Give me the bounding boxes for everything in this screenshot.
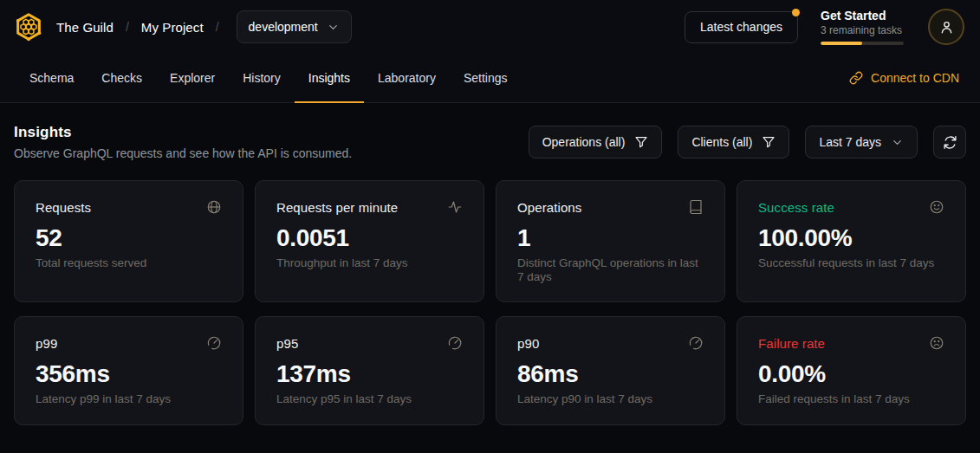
card-value: 137ms <box>276 360 463 388</box>
chevron-down-icon <box>891 136 904 149</box>
operations-filter-label: Operations (all) <box>542 135 626 149</box>
card-description: Latency p95 in last 7 days <box>276 392 463 406</box>
tab-explorer[interactable]: Explorer <box>156 54 229 103</box>
breadcrumb-project[interactable]: My Project <box>141 20 204 35</box>
activity-icon <box>447 199 463 215</box>
stat-card-p90: p90 86ms Latency p90 in last 7 days <box>496 316 725 424</box>
stat-card-requests: Requests 52 Total requests served <box>14 180 243 302</box>
date-range-selector[interactable]: Last 7 days <box>805 126 918 159</box>
tab-settings[interactable]: Settings <box>450 54 522 103</box>
notification-dot-icon <box>792 9 800 16</box>
target-selector[interactable]: development <box>237 10 352 43</box>
card-description: Failed requests in last 7 days <box>758 392 944 406</box>
breadcrumb-separator: / <box>216 20 219 34</box>
card-title: p99 <box>36 336 57 351</box>
card-title: Success rate <box>758 200 834 215</box>
chevron-down-icon <box>327 21 340 34</box>
card-value: 86ms <box>517 360 704 388</box>
card-description: Successful requests in last 7 days <box>758 256 944 270</box>
page-heading: Insights Observe GraphQL requests and se… <box>14 124 352 160</box>
tab-checks[interactable]: Checks <box>88 54 156 103</box>
stat-card-rpm: Requests per minute 0.0051 Throughput in… <box>255 180 484 302</box>
top-bar-right: Latest changes Get Started 3 remaining t… <box>685 9 964 45</box>
breadcrumb: The Guild / My Project / development <box>56 10 352 43</box>
get-started-title: Get Started <box>821 9 905 23</box>
gauge-icon <box>206 335 222 351</box>
card-title: Requests <box>36 200 91 215</box>
breadcrumb-org[interactable]: The Guild <box>56 20 114 35</box>
main-content: Insights Observe GraphQL requests and se… <box>0 124 980 425</box>
page-title: Insights <box>14 124 352 141</box>
latest-changes-button[interactable]: Latest changes <box>685 11 798 43</box>
user-icon <box>938 19 955 36</box>
get-started-progress-bar <box>821 42 904 45</box>
connect-to-cdn-label: Connect to CDN <box>871 71 959 85</box>
funnel-icon <box>634 135 648 149</box>
target-selector-value: development <box>249 20 318 34</box>
breadcrumb-separator: / <box>126 20 129 34</box>
tab-bar: Schema Checks Explorer History Insights … <box>0 54 980 103</box>
card-value: 1 <box>517 224 704 252</box>
top-bar: The Guild / My Project / development Lat… <box>0 0 980 54</box>
date-range-label: Last 7 days <box>819 135 881 149</box>
connect-to-cdn-link[interactable]: Connect to CDN <box>849 54 959 102</box>
get-started-widget[interactable]: Get Started 3 remaining tasks <box>821 9 905 45</box>
stat-card-failure-rate: Failure rate 0.00% Failed requests in la… <box>737 316 966 424</box>
page-subtitle: Observe GraphQL requests and see how the… <box>14 146 352 160</box>
globe-icon <box>206 199 222 215</box>
smile-icon <box>929 199 944 215</box>
stat-card-p99: p99 356ms Latency p99 in last 7 days <box>14 316 243 424</box>
stat-card-p95: p95 137ms Latency p95 in last 7 days <box>255 316 484 424</box>
card-value: 100.00% <box>758 224 944 252</box>
app-root: The Guild / My Project / development Lat… <box>0 0 980 425</box>
link-icon <box>849 71 863 85</box>
top-bar-left: The Guild / My Project / development <box>11 10 352 44</box>
gauge-icon <box>688 335 704 351</box>
stat-card-operations: Operations 1 Distinct GraphQL operations… <box>496 180 725 302</box>
card-description: Total requests served <box>36 256 222 270</box>
funnel-icon <box>762 135 776 149</box>
tab-schema[interactable]: Schema <box>16 54 88 103</box>
card-value: 52 <box>36 224 222 252</box>
operations-filter-button[interactable]: Operations (all) <box>529 126 663 159</box>
stats-grid: Requests 52 Total requests served Reques… <box>14 180 966 425</box>
card-value: 0.00% <box>758 360 944 388</box>
tab-insights[interactable]: Insights <box>295 54 364 103</box>
tab-laboratory[interactable]: Laboratory <box>364 54 450 103</box>
card-title: Failure rate <box>758 336 825 351</box>
card-description: Throughput in last 7 days <box>276 256 463 270</box>
clients-filter-label: Clients (all) <box>691 135 752 149</box>
avatar[interactable] <box>928 9 964 45</box>
card-title: p90 <box>517 336 539 351</box>
latest-changes-label: Latest changes <box>700 20 782 34</box>
get-started-subtitle: 3 remaining tasks <box>821 24 905 36</box>
card-title: p95 <box>276 336 298 351</box>
clients-filter-button[interactable]: Clients (all) <box>678 126 789 159</box>
card-description: Latency p99 in last 7 days <box>36 392 222 406</box>
guild-logo-icon[interactable] <box>11 10 46 44</box>
filters-toolbar: Operations (all) Clients (all) Last 7 da… <box>529 126 966 159</box>
insights-section-header: Insights Observe GraphQL requests and se… <box>14 124 966 160</box>
stat-card-success-rate: Success rate 100.00% Successful requests… <box>737 180 966 302</box>
card-description: Latency p90 in last 7 days <box>517 392 704 406</box>
book-icon <box>688 199 704 215</box>
card-description: Distinct GraphQL operations in last 7 da… <box>517 256 704 284</box>
card-title: Requests per minute <box>276 200 398 215</box>
refresh-button[interactable] <box>933 126 966 159</box>
tab-history[interactable]: History <box>229 54 295 103</box>
frown-icon <box>929 335 944 351</box>
gauge-icon <box>447 335 463 351</box>
card-title: Operations <box>517 200 581 215</box>
refresh-icon <box>943 135 957 150</box>
card-value: 0.0051 <box>276 224 463 252</box>
card-value: 356ms <box>36 360 222 388</box>
get-started-progress-fill <box>821 42 862 45</box>
